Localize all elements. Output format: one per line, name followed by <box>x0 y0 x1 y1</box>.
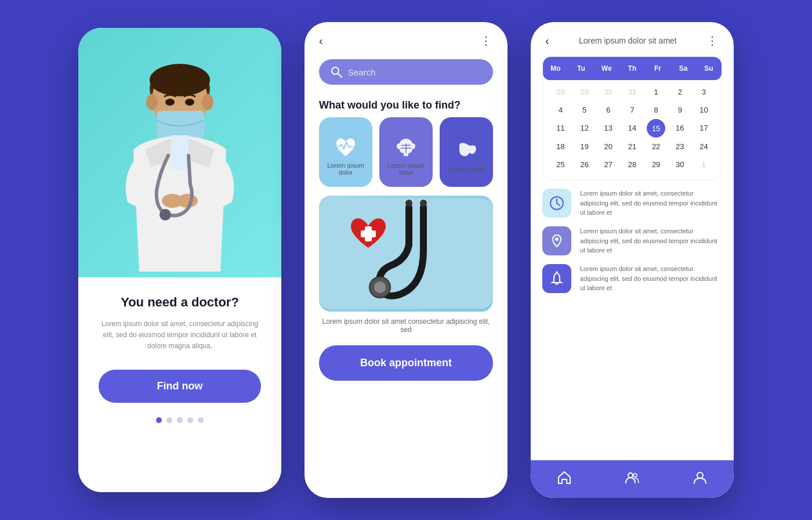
cal-cell-19[interactable]: 19 <box>572 138 596 156</box>
cal-cell-12[interactable]: 12 <box>572 119 596 138</box>
menu-button[interactable]: ⋮ <box>480 34 493 48</box>
svg-point-18 <box>405 200 412 207</box>
svg-point-27 <box>697 472 703 478</box>
cal-header-we: We <box>594 62 619 75</box>
cal-cell-1next[interactable]: 1 <box>692 156 716 174</box>
cal-cell-13[interactable]: 13 <box>596 119 620 138</box>
pagination-dots <box>156 417 204 423</box>
info-list: Lorem ipsum dolor sit amet, consectetur … <box>531 180 734 460</box>
people-footer-icon[interactable] <box>625 470 640 489</box>
location-icon-wrap <box>542 226 571 255</box>
cal-cell-22[interactable]: 22 <box>644 138 668 156</box>
hero-medical-image <box>319 196 493 312</box>
cal-cell-28[interactable]: 28 <box>620 156 644 174</box>
phone2-header: ‹ ⋮ <box>304 22 507 53</box>
back-button[interactable]: ‹ <box>319 34 323 48</box>
cal-cell-14[interactable]: 14 <box>620 119 644 138</box>
calendar: Mo Tu We Th Fr Sa Su 28 29 30 31 1 2 3 4… <box>542 56 722 180</box>
cal-cell-25[interactable]: 25 <box>549 156 572 174</box>
cal-header-sa: Sa <box>670 62 696 75</box>
organ-icon <box>452 138 480 165</box>
stethoscope-hero <box>319 198 493 309</box>
cal-cell-5[interactable]: 5 <box>572 101 596 119</box>
home-footer-icon[interactable] <box>557 470 572 489</box>
search-icon <box>331 66 342 78</box>
cal-cell-10[interactable]: 10 <box>692 101 716 119</box>
cal-cell-17[interactable]: 17 <box>692 119 716 138</box>
info-item-location: Lorem ipsum dolor sit amet, consectetur … <box>542 226 722 255</box>
dot-2 <box>166 417 172 423</box>
cal-cell-1[interactable]: 1 <box>644 83 668 101</box>
cal-week-3: 11 12 13 14 15 16 17 <box>549 119 716 138</box>
cal-cell-11[interactable]: 11 <box>549 119 572 138</box>
doctor-illustration <box>104 34 255 272</box>
category-cardiology[interactable]: Lorem ipsum dolor <box>319 117 372 187</box>
cal-week-2: 4 5 6 7 8 9 10 <box>549 101 716 119</box>
find-now-button[interactable]: Find now <box>99 370 261 403</box>
people-icon <box>625 470 640 485</box>
phone-3: ‹ Lorem ipsum dolor sit amet ⋮ Mo Tu We … <box>531 22 734 498</box>
cal-cell-20[interactable]: 20 <box>596 138 620 156</box>
profile-footer-icon[interactable] <box>693 470 708 489</box>
cal-cell-30[interactable]: 30 <box>668 156 692 174</box>
cal-cell-6[interactable]: 6 <box>596 101 620 119</box>
cal-cell-28prev[interactable]: 28 <box>549 83 572 101</box>
cal-cell-9[interactable]: 9 <box>668 101 692 119</box>
cal-cell-29prev[interactable]: 29 <box>572 83 596 101</box>
cal-week-4: 18 19 20 21 22 23 24 <box>549 138 716 156</box>
svg-point-26 <box>633 474 637 477</box>
cal-cell-16[interactable]: 16 <box>668 119 692 138</box>
cal-cell-18[interactable]: 18 <box>549 138 572 156</box>
svg-point-23 <box>555 237 559 241</box>
cal-header-mo: Mo <box>543 62 568 75</box>
cal-cell-2[interactable]: 2 <box>668 83 692 101</box>
cal-cell-21[interactable]: 21 <box>620 138 644 156</box>
svg-line-13 <box>338 74 342 77</box>
cal-cell-31prev[interactable]: 31 <box>620 83 644 101</box>
search-placeholder: Search <box>348 67 376 77</box>
section-title: What would you like to find? <box>304 91 507 117</box>
category-grid: Lorem ipsum dolor Lorem ipsum dolor Lore… <box>304 117 507 196</box>
svg-point-11 <box>160 209 171 221</box>
cal-cell-26[interactable]: 26 <box>572 156 596 174</box>
phone3-menu-button[interactable]: ⋮ <box>706 34 719 48</box>
info-text-notification: Lorem ipsum dolor sit amet, consectetur … <box>580 264 722 293</box>
category-neurology[interactable]: Lorem ipsum dolor <box>379 117 433 187</box>
dot-1 <box>156 417 162 423</box>
cal-cell-4[interactable]: 4 <box>549 101 572 119</box>
svg-rect-8 <box>171 135 188 170</box>
cal-cell-23[interactable]: 23 <box>668 138 692 156</box>
category-organ[interactable]: Lorem ipsum <box>440 117 493 187</box>
cal-cell-24[interactable]: 24 <box>692 138 716 156</box>
cal-cell-7[interactable]: 7 <box>620 101 644 119</box>
cal-cell-8[interactable]: 8 <box>644 101 668 119</box>
bell-icon <box>549 270 565 287</box>
svg-point-2 <box>150 64 210 96</box>
cal-cell-15-selected[interactable]: 15 <box>647 119 665 138</box>
phone-2: ‹ ⋮ Search What would you like to find? … <box>304 22 507 498</box>
svg-point-19 <box>420 200 427 207</box>
doctor-image-area <box>78 28 281 277</box>
svg-point-10 <box>177 194 198 208</box>
svg-point-25 <box>628 473 633 478</box>
phone3-back-button[interactable]: ‹ <box>545 34 549 48</box>
profile-icon <box>693 470 708 485</box>
book-appointment-button[interactable]: Book appointment <box>319 345 493 381</box>
cal-cell-30prev[interactable]: 30 <box>596 83 620 101</box>
cal-header-fr: Fr <box>645 62 670 75</box>
cal-week-1: 28 29 30 31 1 2 3 <box>549 83 716 101</box>
cal-cell-27[interactable]: 27 <box>596 156 620 174</box>
dot-3 <box>177 417 183 423</box>
home-icon <box>557 470 572 485</box>
search-bar[interactable]: Search <box>319 59 493 85</box>
svg-point-7 <box>185 99 194 106</box>
cat-label-2: Lorem ipsum dolor <box>385 162 427 176</box>
cal-cell-29[interactable]: 29 <box>644 156 668 174</box>
cal-header-su: Su <box>696 62 722 75</box>
svg-point-4 <box>202 94 213 110</box>
cat-label-1: Lorem ipsum dolor <box>325 162 367 176</box>
cardiology-icon <box>332 134 360 162</box>
neurology-icon <box>392 134 420 162</box>
cal-header-th: Th <box>619 62 645 75</box>
cal-cell-3[interactable]: 3 <box>692 83 716 101</box>
